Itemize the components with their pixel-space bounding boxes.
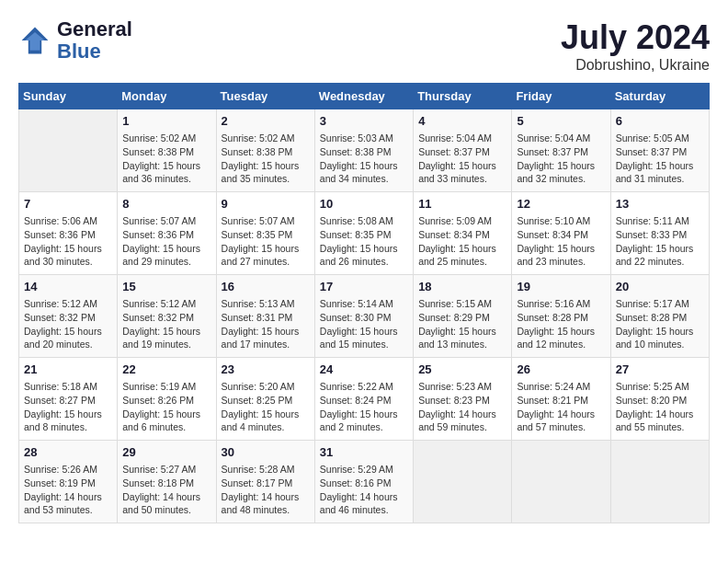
day-number: 23 [222, 362, 310, 378]
calendar-cell: 9Sunrise: 5:07 AM Sunset: 8:35 PM Daylig… [216, 192, 314, 275]
day-number: 22 [122, 362, 210, 378]
day-info: Sunrise: 5:12 AM Sunset: 8:32 PM Dayligh… [24, 297, 112, 351]
day-info: Sunrise: 5:18 AM Sunset: 8:27 PM Dayligh… [24, 380, 112, 434]
calendar-cell: 6Sunrise: 5:05 AM Sunset: 8:37 PM Daylig… [610, 109, 709, 192]
day-info: Sunrise: 5:26 AM Sunset: 8:19 PM Dayligh… [24, 463, 112, 517]
day-info: Sunrise: 5:09 AM Sunset: 8:34 PM Dayligh… [418, 214, 506, 269]
calendar-cell: 1Sunrise: 5:02 AM Sunset: 8:38 PM Daylig… [118, 109, 216, 192]
day-info: Sunrise: 5:08 AM Sunset: 8:35 PM Dayligh… [320, 214, 408, 269]
day-number: 8 [122, 196, 210, 213]
calendar-week-row: 14Sunrise: 5:12 AM Sunset: 8:32 PM Dayli… [19, 275, 710, 358]
day-info: Sunrise: 5:03 AM Sunset: 8:38 PM Dayligh… [320, 132, 408, 186]
day-number: 1 [122, 113, 210, 130]
day-info: Sunrise: 5:02 AM Sunset: 8:38 PM Dayligh… [222, 132, 310, 186]
day-number: 2 [222, 113, 310, 130]
calendar-table: SundayMondayTuesdayWednesdayThursdayFrid… [18, 83, 710, 523]
calendar-cell [19, 109, 118, 192]
calendar-cell: 12Sunrise: 5:10 AM Sunset: 8:34 PM Dayli… [512, 192, 610, 275]
calendar-cell: 22Sunrise: 5:19 AM Sunset: 8:26 PM Dayli… [118, 358, 216, 441]
calendar-cell: 18Sunrise: 5:15 AM Sunset: 8:29 PM Dayli… [414, 275, 512, 358]
calendar-day-header: Friday [512, 84, 610, 109]
day-number: 16 [222, 279, 310, 295]
calendar-cell: 25Sunrise: 5:23 AM Sunset: 8:23 PM Dayli… [414, 358, 512, 441]
calendar-cell: 2Sunrise: 5:02 AM Sunset: 8:38 PM Daylig… [216, 109, 314, 192]
day-info: Sunrise: 5:14 AM Sunset: 8:30 PM Dayligh… [320, 297, 408, 351]
day-info: Sunrise: 5:23 AM Sunset: 8:23 PM Dayligh… [418, 380, 506, 434]
calendar-day-header: Wednesday [314, 84, 413, 109]
day-number: 27 [616, 362, 704, 378]
day-number: 12 [517, 196, 605, 213]
calendar-cell: 26Sunrise: 5:24 AM Sunset: 8:21 PM Dayli… [512, 358, 610, 441]
calendar-day-header: Thursday [414, 84, 512, 109]
calendar-day-header: Monday [118, 84, 216, 109]
day-number: 25 [418, 362, 506, 378]
day-info: Sunrise: 5:15 AM Sunset: 8:29 PM Dayligh… [418, 297, 506, 351]
calendar-cell: 17Sunrise: 5:14 AM Sunset: 8:30 PM Dayli… [314, 275, 413, 358]
calendar-cell [512, 441, 610, 523]
logo-icon [18, 24, 51, 57]
calendar-cell: 3Sunrise: 5:03 AM Sunset: 8:38 PM Daylig… [314, 109, 413, 192]
location: Dobrushino, Ukraine [561, 57, 710, 74]
day-info: Sunrise: 5:04 AM Sunset: 8:37 PM Dayligh… [418, 132, 506, 186]
day-number: 11 [418, 196, 506, 213]
calendar-cell: 20Sunrise: 5:17 AM Sunset: 8:28 PM Dayli… [610, 275, 709, 358]
day-info: Sunrise: 5:20 AM Sunset: 8:25 PM Dayligh… [222, 380, 310, 434]
day-info: Sunrise: 5:07 AM Sunset: 8:35 PM Dayligh… [222, 214, 310, 269]
calendar-cell: 5Sunrise: 5:04 AM Sunset: 8:37 PM Daylig… [512, 109, 610, 192]
day-number: 29 [122, 444, 210, 461]
day-number: 17 [320, 279, 408, 295]
day-info: Sunrise: 5:02 AM Sunset: 8:38 PM Dayligh… [122, 132, 210, 186]
calendar-cell: 23Sunrise: 5:20 AM Sunset: 8:25 PM Dayli… [216, 358, 314, 441]
day-info: Sunrise: 5:19 AM Sunset: 8:26 PM Dayligh… [122, 380, 210, 434]
day-number: 13 [616, 196, 704, 213]
calendar-cell [610, 441, 709, 523]
day-number: 10 [320, 196, 408, 213]
calendar-cell: 4Sunrise: 5:04 AM Sunset: 8:37 PM Daylig… [414, 109, 512, 192]
logo: General Blue [18, 18, 132, 63]
day-number: 24 [320, 362, 408, 378]
calendar-cell: 10Sunrise: 5:08 AM Sunset: 8:35 PM Dayli… [314, 192, 413, 275]
day-info: Sunrise: 5:16 AM Sunset: 8:28 PM Dayligh… [517, 297, 605, 351]
day-info: Sunrise: 5:24 AM Sunset: 8:21 PM Dayligh… [517, 380, 605, 434]
day-number: 21 [24, 362, 112, 378]
calendar-cell: 31Sunrise: 5:29 AM Sunset: 8:16 PM Dayli… [314, 441, 413, 523]
calendar-cell: 30Sunrise: 5:28 AM Sunset: 8:17 PM Dayli… [216, 441, 314, 523]
day-number: 26 [517, 362, 605, 378]
day-number: 30 [222, 444, 310, 461]
day-number: 20 [616, 279, 704, 295]
day-info: Sunrise: 5:07 AM Sunset: 8:36 PM Dayligh… [122, 214, 210, 269]
calendar-cell: 16Sunrise: 5:13 AM Sunset: 8:31 PM Dayli… [216, 275, 314, 358]
calendar-cell: 14Sunrise: 5:12 AM Sunset: 8:32 PM Dayli… [19, 275, 118, 358]
month-year: July 2024 [561, 18, 710, 57]
day-info: Sunrise: 5:13 AM Sunset: 8:31 PM Dayligh… [222, 297, 310, 351]
day-info: Sunrise: 5:04 AM Sunset: 8:37 PM Dayligh… [517, 132, 605, 186]
calendar-week-row: 28Sunrise: 5:26 AM Sunset: 8:19 PM Dayli… [19, 441, 710, 523]
calendar-cell: 27Sunrise: 5:25 AM Sunset: 8:20 PM Dayli… [610, 358, 709, 441]
day-info: Sunrise: 5:17 AM Sunset: 8:28 PM Dayligh… [616, 297, 704, 351]
day-number: 4 [418, 113, 506, 130]
calendar-cell: 28Sunrise: 5:26 AM Sunset: 8:19 PM Dayli… [19, 441, 118, 523]
day-info: Sunrise: 5:05 AM Sunset: 8:37 PM Dayligh… [616, 132, 704, 186]
day-info: Sunrise: 5:29 AM Sunset: 8:16 PM Dayligh… [320, 463, 408, 517]
day-number: 3 [320, 113, 408, 130]
calendar-day-header: Sunday [19, 84, 118, 109]
day-info: Sunrise: 5:27 AM Sunset: 8:18 PM Dayligh… [122, 463, 210, 517]
calendar-cell: 29Sunrise: 5:27 AM Sunset: 8:18 PM Dayli… [118, 441, 216, 523]
day-number: 15 [122, 279, 210, 295]
calendar-week-row: 1Sunrise: 5:02 AM Sunset: 8:38 PM Daylig… [19, 109, 710, 192]
day-number: 31 [320, 444, 408, 461]
day-info: Sunrise: 5:12 AM Sunset: 8:32 PM Dayligh… [122, 297, 210, 351]
calendar-day-header: Saturday [610, 84, 709, 109]
calendar-header: SundayMondayTuesdayWednesdayThursdayFrid… [19, 84, 710, 109]
day-number: 7 [24, 196, 112, 213]
calendar-cell: 21Sunrise: 5:18 AM Sunset: 8:27 PM Dayli… [19, 358, 118, 441]
day-info: Sunrise: 5:11 AM Sunset: 8:33 PM Dayligh… [616, 214, 704, 269]
day-info: Sunrise: 5:06 AM Sunset: 8:36 PM Dayligh… [24, 214, 112, 269]
calendar-cell: 11Sunrise: 5:09 AM Sunset: 8:34 PM Dayli… [414, 192, 512, 275]
calendar-week-row: 7Sunrise: 5:06 AM Sunset: 8:36 PM Daylig… [19, 192, 710, 275]
calendar-cell: 19Sunrise: 5:16 AM Sunset: 8:28 PM Dayli… [512, 275, 610, 358]
calendar-body: 1Sunrise: 5:02 AM Sunset: 8:38 PM Daylig… [19, 109, 710, 523]
logo-blue: Blue [57, 40, 132, 63]
calendar-cell: 7Sunrise: 5:06 AM Sunset: 8:36 PM Daylig… [19, 192, 118, 275]
page-header: General Blue July 2024 Dobrushino, Ukrai… [18, 18, 710, 74]
